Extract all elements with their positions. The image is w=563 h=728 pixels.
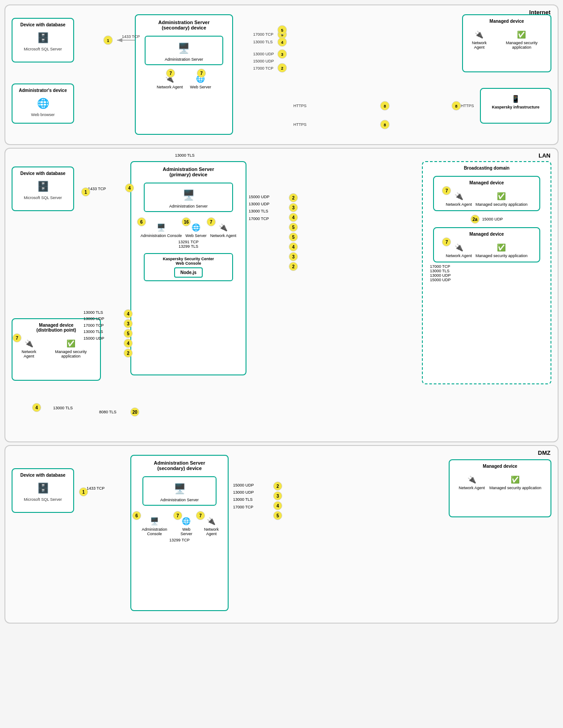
dmz-admin-console: 6 🖥️ Administration Console: [136, 515, 173, 536]
dmz-admin-console-icon: 🖥️: [148, 515, 161, 527]
lan-right-badges: 2 3 4 5 5 4 3 2: [289, 193, 298, 271]
network-agent-label: Network Agent: [157, 85, 183, 89]
badge-4e: 4: [273, 501, 282, 510]
lan-label: LAN: [538, 152, 550, 159]
svg-point-8: [278, 37, 287, 46]
svg-point-15: [278, 63, 287, 72]
md1-managed-security-icon: ✅: [495, 190, 508, 202]
lan-zone: LAN 13000 TLS Device with database 🗄️ Mi…: [4, 148, 559, 442]
lan-db-subtitle: Microsoft SQL Server: [24, 196, 62, 200]
md2-managed-security: ✅ Managed security application: [475, 241, 528, 258]
managed-security-icon: ✅: [515, 28, 528, 41]
badge-7h: 7: [173, 511, 182, 520]
internet-admin-server-title: Administration Server(secondary) device: [158, 20, 210, 30]
lan-admin-server-box: Administration Server(primary) device 🖥️…: [130, 161, 246, 375]
lan-15000udp-2a: 15000 UDP: [482, 217, 503, 221]
broadcasting-domain: Broadcasting domain Managed device 7 🔌 N…: [422, 161, 551, 384]
lan-ksc-web-console: Kaspersky Security CenterWeb Console Nod…: [144, 253, 234, 281]
dp-managed-security-label: Managed security application: [45, 349, 96, 358]
dmz-badges: 2 3 4 5: [273, 482, 282, 520]
badge-3e: 3: [273, 491, 282, 500]
badge-5b: 5: [289, 223, 298, 232]
dp-network-agent-icon: 🔌: [23, 337, 35, 349]
dmz-managed-device: Managed device 🔌 Network Agent ✅ Managed…: [449, 459, 551, 517]
database-icon: 🗄️: [34, 29, 52, 47]
dmz-ms-icon: ✅: [509, 473, 521, 486]
svg-point-11: [278, 50, 287, 58]
md1-managed-security: ✅ Managed security application: [475, 190, 528, 207]
lan-web-server-label: Web Server: [185, 233, 206, 238]
svg-text:8: 8: [384, 104, 386, 108]
badge-7i: 7: [196, 511, 205, 520]
dmz-13299tcp: 13299 TCP: [169, 538, 189, 542]
lan-network-agent-label: Network Agent: [210, 233, 237, 238]
internet-managed-device: Managed device 🔌 Network Agent ✅ Managed…: [462, 14, 551, 72]
badge-3b: 3: [289, 203, 298, 212]
network-agent2-icon: 🔌: [473, 28, 485, 41]
svg-text:17000 TCP: 17000 TCP: [253, 32, 273, 37]
svg-text:5: 5: [281, 33, 283, 37]
lan-left-badges: 4 3 5 4 2: [124, 309, 133, 358]
internet-admin-server-label: Administration Server: [165, 57, 203, 62]
lan-distpoint-title: Managed device(distribution point): [37, 323, 76, 333]
lan-ksc-label: Kaspersky Security CenterWeb Console: [163, 257, 214, 266]
svg-text:8: 8: [455, 104, 457, 108]
internet-zone: Internet Device with database 🗄️ Microso…: [4, 4, 559, 145]
md1-managed-security-label: Managed security application: [475, 202, 528, 207]
lan-admin-server-label: Administration Server: [169, 204, 208, 208]
svg-text:13000 TLS: 13000 TLS: [253, 40, 273, 44]
network-diagram: Internet Device with database 🗄️ Microso…: [0, 0, 563, 632]
dmz-web-server: 7 🌐 Web Server: [177, 515, 196, 536]
dmz-admin-server-box: Administration Server(secondary) device …: [130, 455, 229, 611]
dmz-1433tcp: 1433 TCP: [87, 486, 104, 491]
svg-point-26: [380, 120, 389, 129]
lan-network-agent-icon: 🔌: [217, 221, 229, 233]
web-server-label: Web Server: [190, 85, 211, 89]
dmz-admin-console-label: Administration Console: [136, 527, 173, 536]
badge-3c: 3: [289, 252, 298, 261]
dmz-network-agent: 7 🔌 Network Agent: [200, 515, 223, 536]
badge-4d: 4: [289, 242, 298, 251]
badge-5e: 5: [273, 511, 282, 520]
svg-text:15000 UDP: 15000 UDP: [253, 59, 274, 63]
badge-7f: 7: [442, 186, 451, 195]
dmz-protos: 15000 UDP13000 UDP13000 TLS17000 TCP: [233, 482, 254, 511]
md2-network-agent-icon: 🔌: [453, 241, 465, 254]
svg-point-5: [278, 30, 287, 39]
kaspersky-icon: 📱: [509, 92, 522, 105]
internet-db-device: Device with database 🗄️ Microsoft SQL Se…: [12, 18, 74, 62]
badge-4dp: 4: [32, 403, 41, 412]
internet-admin-server-box: Administration Server(secondary) device …: [135, 14, 233, 135]
lan-13291tcp: 13291 TCP: [178, 240, 198, 244]
md2-managed-security-label: Managed security application: [475, 254, 528, 258]
lan-right-protos: 15000 UDP13000 UDP13000 TLS17000 TCP: [249, 193, 270, 222]
internet-db-subtitle: Microsoft SQL Server: [24, 47, 62, 51]
dmz-ms-label: Managed security application: [489, 486, 542, 490]
lan-db-device: Device with database 🗄️ Microsoft SQL Se…: [12, 166, 74, 211]
admin-device-subtitle: Web browser: [31, 112, 55, 117]
badge-7e: 7: [13, 333, 21, 342]
lan-13299tls: 13299 TLS: [179, 244, 198, 249]
internet-managed-device-title: Managed device: [489, 19, 524, 24]
internet-admin-server-inner: 🖥️ Administration Server: [145, 36, 223, 65]
dmz-na2-icon: 🔌: [466, 473, 478, 486]
lan-badge-4-dp: 4 13000 TLS: [32, 403, 73, 412]
lan-server-icon: 🖥️: [179, 186, 197, 204]
badge-7d: 7: [207, 217, 216, 226]
dmz-admin-server-label: Administration Server: [160, 498, 199, 502]
lan-network-agent: 7 🔌 Network Agent: [210, 221, 237, 238]
internet-managed-security: ✅ Managed security application: [496, 28, 547, 50]
md1-network-agent: 7 🔌 Network Agent: [446, 190, 472, 207]
dmz-db-title: Device with database: [20, 473, 65, 478]
lan-web-server-icon: 🌐: [190, 221, 202, 233]
md1-network-agent-icon: 🔌: [453, 190, 465, 202]
badge-7g: 7: [442, 237, 451, 246]
internet-web-server-col: 7 🌐 Web Server: [190, 72, 211, 89]
dmz-database-icon: 🗄️: [34, 479, 52, 497]
internet-network-agent2: 🔌 Network Agent: [467, 28, 492, 50]
lan-managed-dev2-title: Managed device: [469, 232, 504, 237]
svg-text:17000 TCP: 17000 TCP: [253, 66, 273, 71]
internet-db-title: Device with database: [20, 22, 65, 27]
dmz-network-agent-label: Network Agent: [200, 527, 223, 536]
browser-icon: 🌐: [34, 95, 52, 112]
